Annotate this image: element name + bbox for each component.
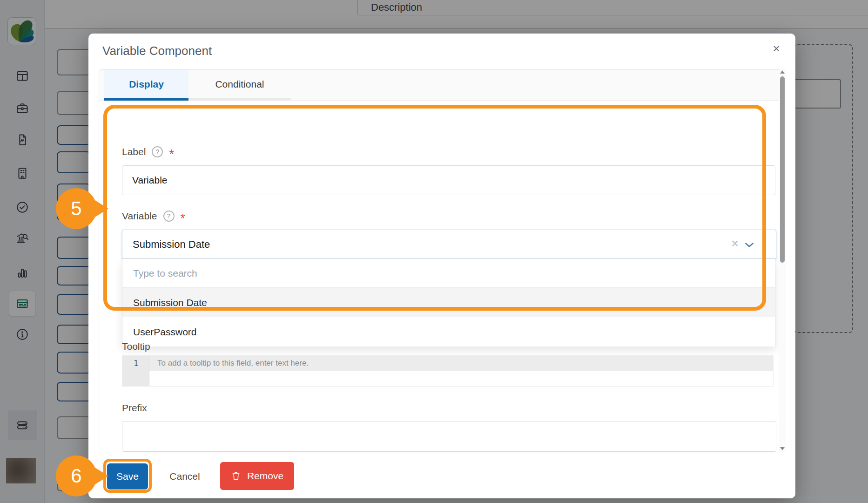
- editor-pane-divider: [522, 356, 522, 386]
- close-icon: ×: [773, 41, 780, 55]
- editor-line-number: 1: [122, 359, 149, 368]
- tab-active-underline: [104, 98, 188, 101]
- cancel-button-label: Cancel: [169, 471, 200, 482]
- annotation-highlight-box: [103, 105, 766, 311]
- option-label: UserPassword: [122, 326, 197, 338]
- tab-display[interactable]: Display: [104, 70, 188, 98]
- annotation-callout-5-pointer: [90, 197, 108, 220]
- prefix-field-label: Prefix: [122, 402, 147, 414]
- remove-button[interactable]: Remove: [220, 462, 294, 490]
- callout-5-number: 5: [71, 197, 81, 220]
- trash-icon: [231, 471, 241, 481]
- scrollbar-up-arrow[interactable]: [780, 70, 785, 74]
- callout-6-number: 6: [71, 465, 81, 487]
- remove-button-label: Remove: [247, 470, 283, 482]
- annotation-save-ring: [103, 459, 152, 493]
- tooltip-field-label: Tooltip: [122, 341, 150, 352]
- modal-title: Variable Component: [102, 44, 212, 58]
- dropdown-option-userpassword[interactable]: UserPassword: [122, 317, 775, 347]
- app-root: Description: [0, 0, 868, 503]
- prefix-field-row: Prefix: [122, 401, 147, 415]
- modal-close-button[interactable]: ×: [764, 37, 788, 60]
- cancel-button[interactable]: Cancel: [159, 463, 210, 489]
- annotation-callout-6-pointer: [90, 464, 108, 488]
- tab-conditional[interactable]: Conditional: [188, 70, 291, 98]
- prefix-input[interactable]: [122, 421, 776, 452]
- tab-conditional-label: Conditional: [215, 79, 264, 90]
- tab-idle-underline: [188, 98, 291, 101]
- tab-display-label: Display: [129, 79, 164, 90]
- editor-placeholder: To add a tooltip to this field, enter te…: [157, 359, 309, 368]
- modal-scrollbar-thumb[interactable]: [780, 76, 785, 263]
- tooltip-code-editor[interactable]: 1 To add a tooltip to this field, enter …: [122, 355, 774, 387]
- tab-strip: Display Conditional: [99, 70, 785, 101]
- scrollbar-down-arrow[interactable]: [780, 447, 785, 450]
